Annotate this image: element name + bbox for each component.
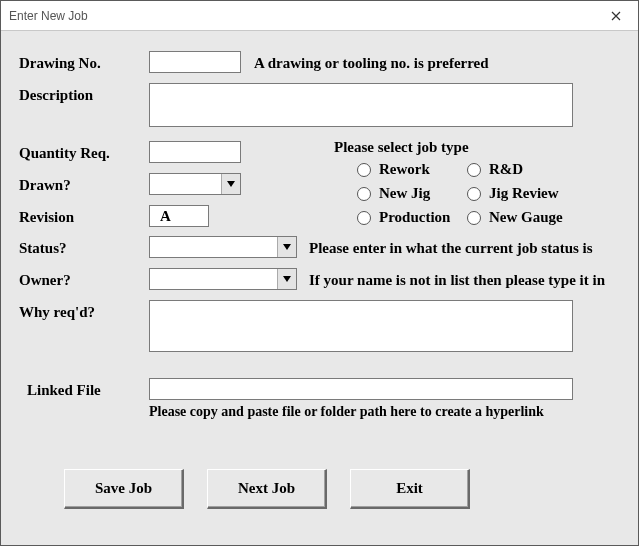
status-value bbox=[150, 237, 277, 257]
dialog-window: Enter New Job Drawing No. A drawing or t… bbox=[0, 0, 639, 546]
quantity-req-field[interactable] bbox=[149, 141, 241, 163]
close-icon bbox=[611, 9, 621, 24]
radio-production[interactable]: Production bbox=[357, 209, 450, 226]
radio-new-gauge-label: New Gauge bbox=[489, 209, 563, 226]
window-title: Enter New Job bbox=[9, 9, 88, 23]
chevron-down-icon bbox=[277, 269, 296, 289]
radio-jig-review[interactable]: Jig Review bbox=[467, 185, 559, 202]
radio-icon bbox=[467, 163, 481, 177]
label-why-reqd: Why req'd? bbox=[19, 304, 95, 321]
radio-production-label: Production bbox=[379, 209, 450, 226]
label-quantity-req: Quantity Req. bbox=[19, 145, 110, 162]
label-revision: Revision bbox=[19, 209, 74, 226]
radio-icon bbox=[467, 211, 481, 225]
radio-rework-label: Rework bbox=[379, 161, 430, 178]
label-description: Description bbox=[19, 87, 93, 104]
radio-new-jig[interactable]: New Jig bbox=[357, 185, 430, 202]
label-status: Status? bbox=[19, 240, 67, 257]
next-button[interactable]: Next Job bbox=[207, 469, 327, 509]
hint-drawing-no: A drawing or tooling no. is preferred bbox=[254, 55, 489, 72]
chevron-down-icon bbox=[221, 174, 240, 194]
titlebar: Enter New Job bbox=[1, 1, 638, 31]
close-button[interactable] bbox=[593, 1, 638, 31]
save-button[interactable]: Save Job bbox=[64, 469, 184, 509]
radio-new-jig-label: New Jig bbox=[379, 185, 430, 202]
radio-icon bbox=[357, 187, 371, 201]
owner-select[interactable] bbox=[149, 268, 297, 290]
radio-new-gauge[interactable]: New Gauge bbox=[467, 209, 563, 226]
radio-rd[interactable]: R&D bbox=[467, 161, 523, 178]
label-owner: Owner? bbox=[19, 272, 71, 289]
radio-rd-label: R&D bbox=[489, 161, 523, 178]
form-client: Drawing No. A drawing or tooling no. is … bbox=[9, 37, 632, 535]
radio-icon bbox=[357, 211, 371, 225]
drawn-select[interactable] bbox=[149, 173, 241, 195]
status-select[interactable] bbox=[149, 236, 297, 258]
radio-icon bbox=[467, 187, 481, 201]
exit-button[interactable]: Exit bbox=[350, 469, 470, 509]
why-reqd-field[interactable] bbox=[149, 300, 573, 352]
chevron-down-icon bbox=[277, 237, 296, 257]
label-drawn: Drawn? bbox=[19, 177, 71, 194]
hint-owner: If your name is not in list then please … bbox=[309, 272, 605, 289]
hint-linked-file: Please copy and paste file or folder pat… bbox=[149, 404, 573, 421]
drawn-value bbox=[150, 174, 221, 194]
revision-field[interactable] bbox=[149, 205, 209, 227]
radio-icon bbox=[357, 163, 371, 177]
jobtype-header: Please select job type bbox=[334, 139, 469, 156]
hint-status: Please enter in what the current job sta… bbox=[309, 240, 593, 257]
description-field[interactable] bbox=[149, 83, 573, 127]
radio-jig-review-label: Jig Review bbox=[489, 185, 559, 202]
drawing-no-field[interactable] bbox=[149, 51, 241, 73]
label-drawing-no: Drawing No. bbox=[19, 55, 101, 72]
label-linked-file: Linked File bbox=[27, 382, 101, 399]
linked-file-field[interactable] bbox=[149, 378, 573, 400]
radio-rework[interactable]: Rework bbox=[357, 161, 430, 178]
owner-value bbox=[150, 269, 277, 289]
